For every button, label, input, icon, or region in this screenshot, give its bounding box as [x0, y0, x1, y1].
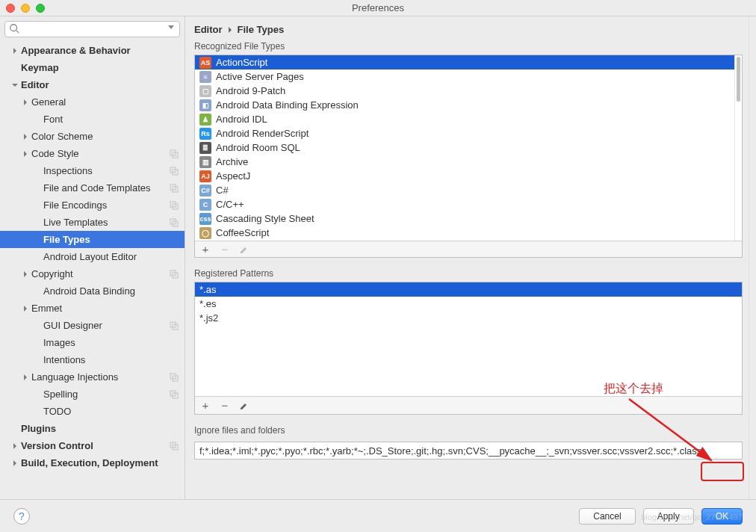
file-type-row[interactable]: RsAndroid RenderScript — [195, 126, 734, 140]
edit-button[interactable] — [238, 400, 250, 412]
project-scope-icon — [170, 373, 179, 382]
help-button[interactable]: ? — [13, 508, 30, 525]
sidebar-item-label: Keymap — [21, 62, 185, 73]
expand-arrow-icon[interactable] — [21, 132, 30, 141]
add-button[interactable]: + — [199, 244, 211, 256]
file-type-icon: Rs — [199, 128, 211, 140]
sidebar-item-appearance-behavior[interactable]: Appearance & Behavior — [0, 42, 185, 59]
project-scope-icon — [170, 184, 179, 193]
minimize-icon[interactable] — [21, 4, 30, 13]
cancel-button[interactable]: Cancel — [579, 508, 635, 525]
file-type-row[interactable]: ◧Android Data Binding Expression — [195, 98, 734, 112]
expand-arrow-icon[interactable] — [10, 46, 19, 55]
expand-arrow-icon[interactable] — [21, 149, 30, 158]
scrollbar[interactable] — [734, 55, 742, 241]
edit-button[interactable] — [238, 244, 250, 256]
sidebar-item-general[interactable]: General — [0, 93, 185, 111]
sidebar-item-editor[interactable]: Editor — [0, 76, 185, 93]
ignore-files-input[interactable] — [194, 442, 743, 460]
file-type-row[interactable]: ≣Android Room SQL — [195, 140, 734, 155]
sidebar-item-emmet[interactable]: Emmet — [0, 300, 185, 317]
file-type-row[interactable]: ▢Android 9-Patch — [195, 84, 734, 98]
file-type-row[interactable]: ♟Android IDL — [195, 112, 734, 126]
sidebar-item-gui-designer[interactable]: GUI Designer — [0, 317, 185, 334]
ok-button[interactable]: OK — [701, 508, 743, 525]
file-type-icon: css — [199, 213, 211, 225]
sidebar-item-file-types[interactable]: File Types — [0, 231, 185, 248]
sidebar-item-file-encodings[interactable]: File Encodings — [0, 197, 185, 214]
sidebar-item-font[interactable]: Font — [0, 111, 185, 128]
pattern-row[interactable]: *.as — [195, 282, 742, 297]
file-type-row[interactable]: ≡Active Server Pages — [195, 69, 734, 84]
sidebar-item-intentions[interactable]: Intentions — [0, 351, 185, 368]
close-icon[interactable] — [6, 4, 15, 13]
file-type-row[interactable]: ASActionScript — [195, 55, 734, 69]
expand-arrow-icon[interactable] — [10, 459, 19, 468]
pattern-row[interactable]: *.js2 — [195, 311, 742, 325]
sidebar-item-language-injections[interactable]: Language Injections — [0, 368, 185, 386]
sidebar-item-copyright[interactable]: Copyright — [0, 265, 185, 282]
remove-button[interactable]: − — [219, 244, 231, 256]
search-icon — [9, 23, 19, 34]
breadcrumb-leaf: File Types — [238, 24, 285, 35]
remove-button[interactable]: − — [219, 400, 231, 412]
file-type-label: Android Room SQL — [216, 142, 300, 153]
sidebar-item-keymap[interactable]: Keymap — [0, 59, 185, 76]
file-type-label: C# — [216, 185, 229, 196]
sidebar-item-version-control[interactable]: Version Control — [0, 437, 185, 454]
zoom-icon[interactable] — [36, 4, 45, 13]
sidebar-item-spelling[interactable]: Spelling — [0, 386, 185, 403]
search-input[interactable] — [4, 21, 180, 37]
sidebar-item-label: File Types — [43, 234, 185, 245]
sidebar-item-label: File and Code Templates — [43, 182, 170, 194]
file-type-row[interactable]: C#C# — [195, 183, 734, 197]
sidebar-item-live-templates[interactable]: Live Templates — [0, 214, 185, 231]
recognized-file-types-list[interactable]: ASActionScript≡Active Server Pages▢Andro… — [194, 55, 743, 258]
patterns-label: Registered Patterns — [194, 268, 743, 279]
sidebar-item-android-layout-editor[interactable]: Android Layout Editor — [0, 248, 185, 265]
file-type-label: Android Data Binding Expression — [216, 99, 359, 111]
content-scrollbar[interactable] — [749, 16, 756, 499]
file-type-row[interactable]: ▥Archive — [195, 155, 734, 169]
project-scope-icon — [170, 149, 179, 158]
expand-arrow-icon[interactable] — [10, 442, 19, 451]
sidebar-item-label: Android Data Binding — [43, 285, 185, 297]
file-type-icon: ≣ — [199, 142, 211, 154]
expand-arrow-icon[interactable] — [21, 373, 30, 382]
file-type-row[interactable]: CC/C++ — [195, 197, 734, 211]
search-dropdown-icon[interactable] — [168, 25, 174, 29]
expand-arrow-icon — [33, 287, 42, 296]
sidebar-item-todo[interactable]: TODO — [0, 403, 185, 420]
sidebar-item-label: Language Injections — [31, 371, 170, 383]
sidebar-item-label: Build, Execution, Deployment — [21, 457, 185, 468]
sidebar-item-code-style[interactable]: Code Style — [0, 145, 185, 162]
project-scope-icon — [170, 270, 179, 279]
file-type-icon: C# — [199, 185, 211, 197]
sidebar-item-build-execution-deployment[interactable]: Build, Execution, Deployment — [0, 454, 185, 471]
sidebar-item-plugins[interactable]: Plugins — [0, 420, 185, 437]
sidebar-item-label: Android Layout Editor — [43, 251, 185, 262]
pattern-label: *.js2 — [199, 312, 218, 324]
file-type-row[interactable]: ◯CoffeeScript — [195, 226, 734, 240]
sidebar-item-android-data-binding[interactable]: Android Data Binding — [0, 282, 185, 300]
pattern-row[interactable]: *.es — [195, 297, 742, 311]
settings-tree[interactable]: Appearance & BehaviorKeymapEditorGeneral… — [0, 42, 185, 499]
sidebar-item-label: TODO — [43, 406, 185, 417]
sidebar-item-label: Inspections — [43, 165, 170, 176]
sidebar-item-inspections[interactable]: Inspections — [0, 162, 185, 179]
file-type-row[interactable]: AJAspectJ — [195, 169, 734, 183]
annotation-text: 把这个去掉 — [604, 381, 663, 397]
file-type-row[interactable]: cssCascading Style Sheet — [195, 211, 734, 226]
expand-arrow-icon[interactable] — [21, 304, 30, 313]
sidebar-item-color-scheme[interactable]: Color Scheme — [0, 128, 185, 145]
expand-arrow-icon[interactable] — [21, 98, 30, 107]
file-type-label: Active Server Pages — [216, 71, 304, 82]
window-title: Preferences — [352, 2, 404, 13]
add-button[interactable]: + — [199, 400, 211, 412]
sidebar-item-file-and-code-templates[interactable]: File and Code Templates — [0, 179, 185, 197]
expand-arrow-icon[interactable] — [21, 270, 30, 279]
sidebar-item-images[interactable]: Images — [0, 334, 185, 351]
project-scope-icon — [170, 442, 179, 451]
expand-arrow-icon[interactable] — [10, 81, 19, 90]
apply-button[interactable]: Apply — [643, 508, 694, 525]
